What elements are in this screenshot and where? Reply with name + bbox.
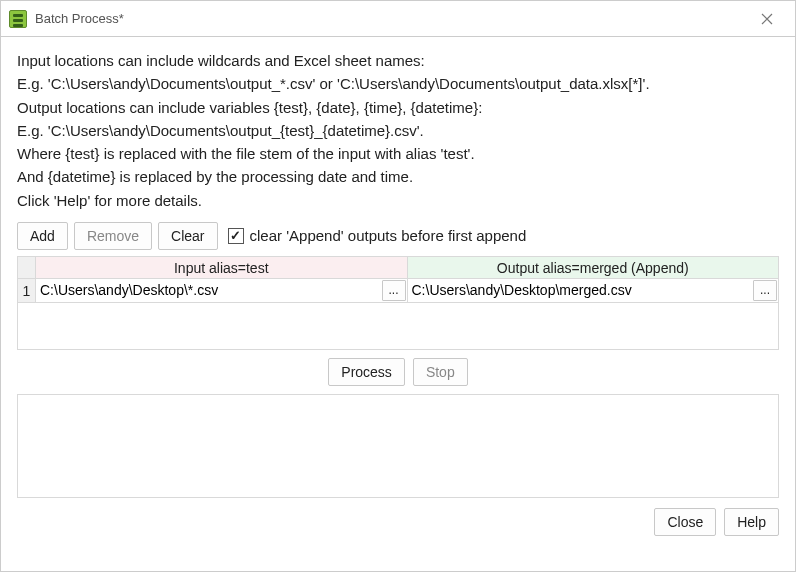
clear-append-label: clear 'Append' outputs before first appe… [250, 227, 527, 244]
help-text: Input locations can include wildcards an… [17, 49, 779, 212]
add-button[interactable]: Add [17, 222, 68, 250]
clear-append-checkbox[interactable] [228, 228, 244, 244]
help-line: E.g. 'C:\Users\andy\Documents\output_{te… [17, 119, 779, 142]
help-line: And {datetime} is replaced by the proces… [17, 165, 779, 188]
browse-output-button[interactable]: ... [753, 280, 777, 301]
footer: Close Help [17, 508, 779, 536]
help-line: Where {test} is replaced with the file s… [17, 142, 779, 165]
window-title: Batch Process* [35, 11, 124, 26]
table-header-output: Output alias=merged (Append) [408, 257, 779, 279]
table-corner [18, 257, 36, 279]
log-output[interactable] [17, 394, 779, 498]
help-line: Click 'Help' for more details. [17, 189, 779, 212]
batch-table: Input alias=test Output alias=merged (Ap… [17, 256, 779, 350]
close-icon[interactable] [747, 5, 787, 33]
titlebar: Batch Process* [1, 1, 795, 37]
browse-input-button[interactable]: ... [382, 280, 406, 301]
remove-button[interactable]: Remove [74, 222, 152, 250]
row-number: 1 [18, 279, 36, 303]
table-header-input: Input alias=test [36, 257, 408, 279]
close-button[interactable]: Close [654, 508, 716, 536]
table-row: 1 ... ... [18, 279, 778, 303]
help-line: E.g. 'C:\Users\andy\Documents\output_*.c… [17, 72, 779, 95]
process-toolbar: Process Stop [17, 358, 779, 386]
stop-button[interactable]: Stop [413, 358, 468, 386]
toolbar: Add Remove Clear clear 'Append' outputs … [17, 222, 779, 250]
process-button[interactable]: Process [328, 358, 405, 386]
output-path-field[interactable] [408, 279, 753, 302]
input-path-field[interactable] [36, 279, 381, 302]
clear-button[interactable]: Clear [158, 222, 217, 250]
help-line: Output locations can include variables {… [17, 96, 779, 119]
batch-process-window: Batch Process* Input locations can inclu… [0, 0, 796, 572]
help-line: Input locations can include wildcards an… [17, 49, 779, 72]
app-icon [9, 10, 27, 28]
help-button[interactable]: Help [724, 508, 779, 536]
